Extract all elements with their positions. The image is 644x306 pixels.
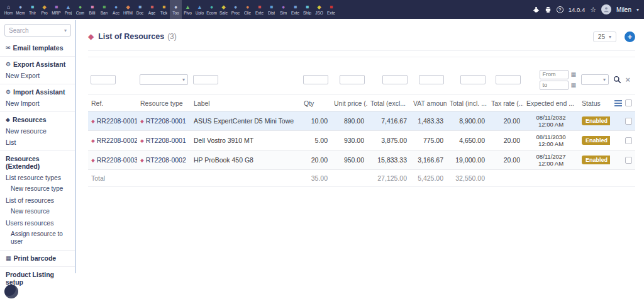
resource-type-link[interactable]: RT2208-0002: [146, 156, 186, 164]
calendar-icon[interactable]: ▦: [570, 82, 576, 88]
col-header-tax-rate[interactable]: Tax rate (...: [488, 94, 523, 111]
filter-resource-type-select[interactable]: ▾: [140, 74, 188, 85]
top-menu-json[interactable]: ◆ JSO: [313, 0, 325, 19]
ref-link[interactable]: RR2208-0003: [97, 156, 137, 164]
col-header-label[interactable]: Label: [191, 94, 301, 111]
row-checkbox[interactable]: [625, 157, 632, 164]
col-header-total-excl[interactable]: Total (excl...: [367, 94, 410, 111]
col-header-unit-price[interactable]: Unit price (...: [331, 94, 367, 111]
filter-unit-price-input[interactable]: [340, 75, 365, 84]
sidebar-item-resources[interactable]: ◆ Resources: [0, 111, 75, 125]
top-menu-agenda[interactable]: ■ Age: [146, 0, 158, 19]
table-row[interactable]: ◆RR2208-0003 ◆RT2208-0002 HP ProBook 450…: [88, 150, 635, 169]
filter-status-select[interactable]: ▾: [581, 74, 609, 85]
sidebar-item-new-resource-ext[interactable]: New resource: [0, 206, 75, 217]
top-menu-external-2[interactable]: ■ Exte: [289, 0, 301, 19]
top-menu-sales[interactable]: ◆ Sale: [218, 0, 230, 19]
sidebar-item-new-resource[interactable]: New resource: [0, 125, 75, 137]
sidebar-item-export-assistant[interactable]: ⚙ Export Assistant: [0, 56, 75, 70]
sidebar-item-list[interactable]: List: [0, 137, 75, 148]
sidebar-item-list-of-resources[interactable]: List of resources: [0, 195, 75, 206]
page-size-select[interactable]: 25 ▾: [593, 31, 616, 42]
top-menu-tickets[interactable]: ■ Tick: [158, 0, 170, 19]
col-header-resource-type[interactable]: Resource type: [137, 94, 191, 111]
chevron-down-icon[interactable]: ▾: [636, 7, 639, 13]
sidebar-item-email-templates[interactable]: ✉ Email templates: [0, 42, 75, 54]
top-menu-commerce[interactable]: ● Com: [74, 0, 86, 19]
top-menu-distribution[interactable]: ■ Dist: [265, 0, 277, 19]
select-columns-icon[interactable]: [614, 100, 622, 106]
filter-date-from-input[interactable]: [540, 70, 569, 79]
top-menu-mrp[interactable]: ■ MRP: [50, 0, 62, 19]
filter-total-excl-input[interactable]: [382, 75, 408, 84]
top-menu-external-1[interactable]: ■ Exte: [253, 0, 265, 19]
sidebar-item-resources-extended[interactable]: Resources (Extended): [0, 150, 75, 172]
top-menu-upload[interactable]: ▲ Uplo: [194, 0, 206, 19]
filter-total-incl-input[interactable]: [460, 75, 486, 84]
filter-tax-rate-input[interactable]: [496, 75, 521, 84]
top-menu-projects[interactable]: ▲ Proj: [62, 0, 74, 19]
bug-icon[interactable]: [533, 6, 540, 13]
col-header-status[interactable]: Status: [579, 94, 610, 111]
filter-vat-input[interactable]: [419, 75, 444, 84]
calendar-icon[interactable]: ▦: [570, 72, 576, 77]
top-menu-pivot[interactable]: ▲ Pivo: [182, 0, 194, 19]
top-menu-external-3[interactable]: ■ Exte: [325, 0, 337, 19]
sidebar-search-select[interactable]: Search ▾: [4, 24, 71, 37]
top-menu-clients[interactable]: ● Clie: [242, 0, 253, 19]
select-all-checkbox[interactable]: [625, 99, 632, 106]
sidebar-item-import-assistant[interactable]: ⚙ Import Assistant: [0, 84, 75, 98]
top-menu-documents[interactable]: ■ Doc: [134, 0, 146, 19]
sidebar-item-new-import[interactable]: New Import: [0, 98, 75, 109]
username-label[interactable]: Milen: [616, 6, 631, 13]
top-menu-process[interactable]: ● Proc: [230, 0, 242, 19]
top-menu-hrm[interactable]: ◆ HRM: [122, 0, 134, 19]
ref-link[interactable]: RR2208-0001: [97, 117, 137, 125]
star-icon[interactable]: ☆: [590, 6, 596, 14]
table-row[interactable]: ◆RR2208-0001 ◆RT2208-0001 ASUS ExpertCen…: [88, 111, 635, 130]
top-menu-sim[interactable]: ● Sim: [277, 0, 289, 19]
col-header-qty[interactable]: Qty: [301, 94, 331, 111]
resource-type-link[interactable]: RT2208-0001: [146, 117, 186, 125]
top-menu-shipping[interactable]: ■ Ship: [301, 0, 313, 19]
external-module-icon: ■: [294, 4, 297, 10]
col-header-ref[interactable]: Ref.: [88, 94, 137, 111]
col-header-expected-end[interactable]: Expected end ...: [523, 94, 579, 111]
sidebar-item-list-resource-types[interactable]: List resource types: [0, 172, 75, 183]
top-menu-products[interactable]: ◆ Pro: [38, 0, 50, 19]
filter-label-input[interactable]: [193, 75, 218, 84]
filter-qty-input[interactable]: [303, 75, 328, 84]
top-menu-billing[interactable]: ■ Billi: [86, 0, 98, 19]
status-badge[interactable]: Enabled: [582, 156, 610, 164]
resource-type-link[interactable]: RT2208-0001: [146, 137, 186, 144]
ref-link[interactable]: RR2208-0002: [97, 137, 137, 144]
top-menu-third-parties[interactable]: ■ Thir: [26, 0, 38, 19]
help-icon[interactable]: ?: [557, 6, 564, 13]
avatar[interactable]: [601, 4, 611, 14]
col-header-vat-amount[interactable]: VAT amount: [410, 94, 447, 111]
top-menu-tools[interactable]: ● Too: [170, 0, 182, 19]
sidebar-item-new-resource-type[interactable]: New resource type: [0, 183, 75, 195]
sidebar-item-users-resources[interactable]: Users resources: [0, 217, 75, 229]
top-menu-ecommerce[interactable]: ● Ecom: [206, 0, 218, 19]
clear-filter-button[interactable]: ×: [625, 76, 630, 84]
top-menu-bank[interactable]: ■ Ban: [98, 0, 110, 19]
row-checkbox[interactable]: [625, 118, 632, 125]
filter-ref-input[interactable]: [91, 75, 116, 84]
floating-assistant-bubble[interactable]: [4, 285, 18, 298]
status-badge[interactable]: Enabled: [582, 136, 610, 145]
sidebar-item-assign-resource[interactable]: Assign resource to user: [0, 229, 75, 247]
table-row[interactable]: ◆RR2208-0002 ◆RT2208-0001 Dell Vostro 39…: [88, 130, 635, 150]
row-checkbox[interactable]: [625, 137, 632, 144]
top-menu-accounting[interactable]: ● Acc: [110, 0, 122, 19]
status-badge[interactable]: Enabled: [582, 116, 610, 125]
top-menu-home[interactable]: ⌂ Hom: [3, 0, 14, 19]
search-filter-button[interactable]: [613, 76, 621, 84]
filter-date-to-input[interactable]: [540, 81, 569, 90]
sidebar-item-print-barcode[interactable]: ▦ Print barcode: [0, 250, 75, 264]
col-header-total-incl[interactable]: Total (incl. ...: [447, 94, 488, 111]
add-resource-button[interactable]: +: [625, 31, 635, 42]
printer-icon[interactable]: [545, 6, 552, 13]
top-menu-members[interactable]: ● Mem: [14, 0, 26, 19]
sidebar-item-new-export[interactable]: New Export: [0, 70, 75, 81]
